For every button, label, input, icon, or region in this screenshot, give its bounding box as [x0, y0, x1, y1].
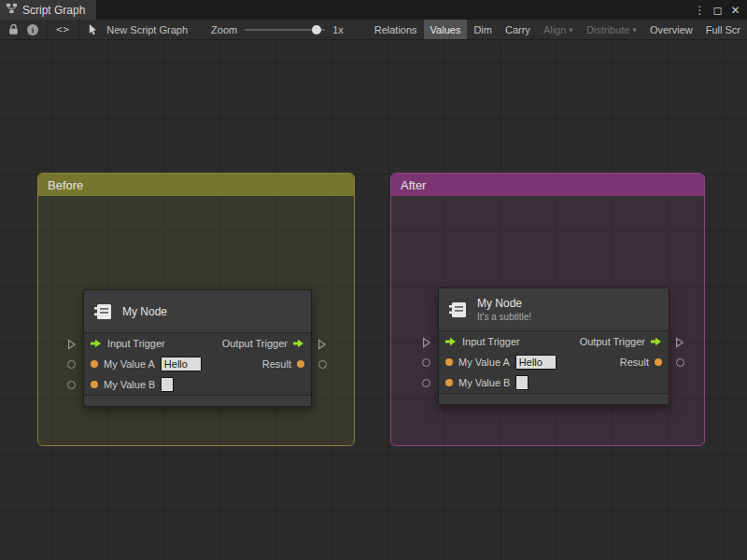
- node-title: My Node: [477, 297, 531, 310]
- info-icon[interactable]: i: [27, 24, 38, 35]
- carry-button[interactable]: Carry: [499, 20, 537, 40]
- node-footer: [439, 393, 669, 404]
- graph-canvas[interactable]: Before My Node: [0, 40, 747, 560]
- ext-value-a-port[interactable]: [422, 358, 430, 367]
- output-trigger-port-icon[interactable]: [651, 337, 662, 346]
- group-after-body: My Node It's a subtitle! Input Trigger: [391, 196, 704, 445]
- distribute-dropdown: Distribute ▾: [580, 20, 643, 40]
- zoom-label: Zoom: [211, 24, 237, 35]
- value-b-port-icon[interactable]: [91, 381, 98, 388]
- result-label: Result: [262, 358, 291, 370]
- input-trigger-label: Input Trigger: [107, 338, 165, 349]
- graph-name-label[interactable]: New Script Graph: [106, 24, 188, 35]
- ext-trigger-in-port[interactable]: [422, 337, 431, 348]
- toolbar-buttons: Relations Values Dim Carry Align ▾ Distr…: [368, 20, 747, 39]
- value-b-port-icon[interactable]: [445, 379, 453, 386]
- zoom-slider-handle[interactable]: [312, 25, 321, 35]
- node-ports: Input Trigger Output Trigger My Valu: [84, 333, 311, 395]
- output-trigger-label: Output Trigger: [580, 336, 645, 347]
- node-icon: [448, 300, 469, 320]
- value-a-label: My Value A: [104, 358, 155, 370]
- group-title: After: [401, 178, 426, 192]
- group-after[interactable]: After My Node I: [390, 173, 705, 446]
- ext-value-a-port[interactable]: [67, 360, 76, 369]
- toolbar-code-segment: <>: [48, 20, 79, 39]
- node-my-node-before[interactable]: My Node Input Trigger Output Trigger: [83, 289, 312, 407]
- values-button[interactable]: Values: [424, 20, 468, 40]
- value-a-input[interactable]: [161, 357, 202, 371]
- graph-cursor-icon: [88, 23, 98, 35]
- node-subtitle: It's a subtitle!: [477, 312, 531, 322]
- value-a-port-icon[interactable]: [445, 358, 453, 366]
- group-before-body: My Node Input Trigger Output Trigger: [38, 196, 354, 445]
- node-header[interactable]: My Node: [84, 290, 311, 333]
- script-graph-icon: [6, 3, 18, 17]
- ext-trigger-out-port[interactable]: [317, 339, 327, 350]
- relations-button[interactable]: Relations: [368, 20, 424, 40]
- input-trigger-port-icon[interactable]: [445, 337, 457, 346]
- port-row-value-b: My Value B: [439, 372, 669, 393]
- window-tab-bar: Script Graph ⋮ ◻ ✕: [0, 0, 747, 20]
- zoom-slider[interactable]: [245, 23, 325, 36]
- port-row-value-a: My Value A Result: [84, 354, 311, 374]
- code-icon[interactable]: <>: [56, 23, 70, 35]
- close-icon[interactable]: ✕: [727, 4, 743, 17]
- value-a-port-icon[interactable]: [91, 360, 98, 368]
- value-b-input[interactable]: [515, 375, 529, 390]
- value-a-input[interactable]: [515, 355, 557, 370]
- tab-bar-spacer: [96, 0, 692, 20]
- ext-value-b-port[interactable]: [422, 379, 430, 387]
- ext-value-b-port[interactable]: [67, 381, 76, 389]
- node-header[interactable]: My Node It's a subtitle!: [439, 288, 669, 331]
- lock-icon[interactable]: [8, 23, 19, 35]
- port-row-value-b: My Value B: [84, 374, 311, 395]
- chevron-down-icon: ▾: [569, 25, 573, 35]
- node-footer: [84, 395, 311, 406]
- fullscreen-button[interactable]: Full Scr: [699, 20, 747, 40]
- distribute-label: Distribute: [586, 24, 629, 35]
- value-b-label: My Value B: [458, 377, 510, 388]
- node-my-node-after[interactable]: My Node It's a subtitle! Input Trigger: [438, 287, 669, 405]
- ext-trigger-out-port[interactable]: [675, 337, 684, 348]
- port-row-triggers: Input Trigger Output Trigger: [84, 333, 311, 354]
- zoom-value: 1x: [332, 24, 344, 35]
- dim-button[interactable]: Dim: [467, 20, 499, 40]
- toolbar-left-icons: i: [0, 20, 48, 39]
- output-trigger-port-icon[interactable]: [293, 339, 304, 348]
- output-trigger-label: Output Trigger: [222, 338, 288, 349]
- zoom-control: Zoom 1x: [196, 20, 352, 39]
- value-b-input[interactable]: [161, 377, 174, 392]
- maximize-icon[interactable]: ◻: [710, 4, 726, 17]
- graph-toolbar: i <> New Script Graph Zoom 1x Relations …: [0, 20, 747, 40]
- input-trigger-label: Input Trigger: [462, 336, 520, 347]
- port-row-value-a: My Value A Result: [439, 352, 669, 372]
- result-label: Result: [620, 357, 649, 368]
- result-port-icon[interactable]: [655, 358, 662, 366]
- tab-title: Script Graph: [22, 4, 85, 17]
- align-label: Align: [543, 24, 566, 35]
- group-title: Before: [48, 178, 83, 192]
- align-dropdown: Align ▾: [537, 20, 580, 40]
- value-a-label: My Value A: [458, 357, 510, 368]
- overview-button[interactable]: Overview: [643, 20, 699, 40]
- toolbar-graph-segment: New Script Graph: [79, 20, 196, 39]
- value-b-label: My Value B: [104, 379, 155, 390]
- node-title: My Node: [122, 305, 167, 318]
- port-row-triggers: Input Trigger Output Trigger: [439, 331, 669, 352]
- node-icon: [93, 301, 114, 322]
- ext-result-port[interactable]: [676, 358, 684, 367]
- group-before-header[interactable]: Before: [38, 174, 354, 196]
- group-before[interactable]: Before My Node: [37, 173, 355, 446]
- result-port-icon[interactable]: [297, 360, 304, 368]
- ext-result-port[interactable]: [318, 360, 327, 369]
- chevron-down-icon: ▾: [632, 25, 637, 35]
- group-after-header[interactable]: After: [391, 174, 704, 196]
- ext-trigger-in-port[interactable]: [67, 339, 77, 350]
- window-menu-icon[interactable]: ⋮: [692, 4, 708, 17]
- input-trigger-port-icon[interactable]: [91, 339, 102, 348]
- node-ports: Input Trigger Output Trigger My Valu: [439, 331, 669, 393]
- tab-script-graph[interactable]: Script Graph: [0, 0, 96, 20]
- window-controls: ⋮ ◻ ✕: [692, 0, 747, 20]
